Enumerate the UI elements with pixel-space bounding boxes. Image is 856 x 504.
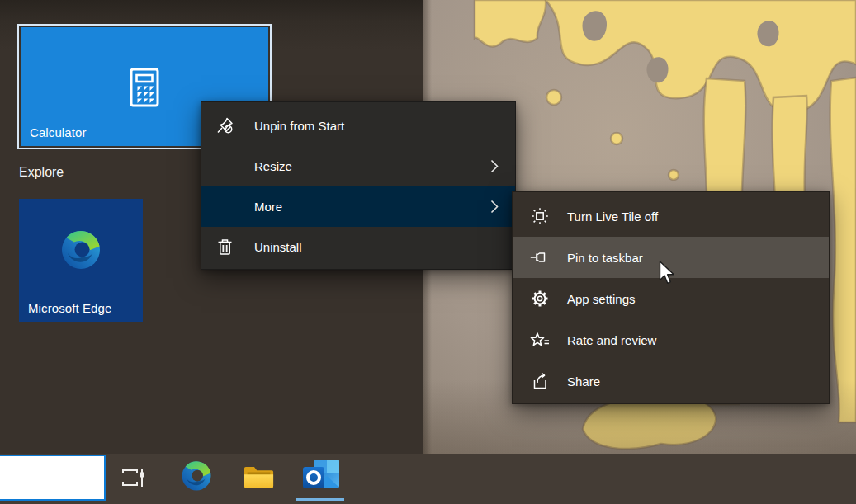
edge-icon (181, 460, 212, 495)
tile-microsoft-edge[interactable]: Microsoft Edge (19, 199, 143, 322)
gear-icon (530, 290, 550, 308)
file-explorer-button[interactable] (242, 464, 275, 492)
tile-context-menu: Unpin from Start Resize More (201, 101, 516, 270)
outlook-icon (303, 459, 341, 497)
menu-item-unpin-from-start[interactable]: Unpin from Start (201, 106, 515, 146)
menu-item-turn-live-tile-off[interactable]: Turn Live Tile off (513, 195, 829, 237)
more-flyout-submenu: Turn Live Tile off Pin to taskbar (512, 191, 830, 404)
menu-item-label: Unpin from Start (254, 119, 344, 133)
menu-item-label: Turn Live Tile off (567, 210, 658, 224)
file-explorer-icon (244, 464, 274, 493)
unpin-icon (215, 117, 234, 134)
explore-section-label: Explore (19, 165, 64, 180)
chevron-right-icon (490, 200, 499, 214)
chevron-right-icon (490, 159, 499, 173)
edge-taskbar-button[interactable] (180, 461, 213, 494)
menu-item-uninstall[interactable]: Uninstall (201, 227, 515, 267)
share-icon (530, 372, 550, 390)
menu-item-label: Pin to taskbar (567, 251, 643, 265)
menu-item-rate-and-review[interactable]: Rate and review (513, 319, 829, 360)
tile-calculator-label: Calculator (30, 125, 87, 139)
edge-logo-icon (60, 229, 102, 274)
trash-icon (215, 238, 234, 256)
task-view-icon (120, 464, 146, 494)
menu-item-label: Share (567, 374, 600, 389)
menu-item-label: More (254, 200, 282, 214)
live-tile-icon (530, 207, 550, 225)
pin-icon (530, 250, 550, 265)
tile-edge-label: Microsoft Edge (28, 301, 111, 315)
menu-item-more[interactable]: More (201, 186, 515, 227)
taskbar (0, 454, 856, 504)
menu-item-share[interactable]: Share (513, 360, 829, 402)
menu-item-label: Uninstall (254, 240, 302, 254)
mouse-cursor (659, 261, 676, 289)
calculator-icon (130, 68, 159, 111)
menu-item-label: Rate and review (567, 333, 656, 347)
outlook-button[interactable] (302, 460, 342, 497)
windows-desktop: Calculator Explore (0, 0, 856, 504)
rate-icon (530, 332, 550, 348)
menu-item-label: App settings (567, 292, 636, 306)
task-view-button[interactable] (119, 465, 147, 493)
menu-item-label: Resize (254, 159, 292, 173)
outlook-running-indicator (296, 498, 344, 501)
taskbar-search-input[interactable] (0, 455, 106, 501)
menu-item-resize[interactable]: Resize (201, 146, 515, 186)
